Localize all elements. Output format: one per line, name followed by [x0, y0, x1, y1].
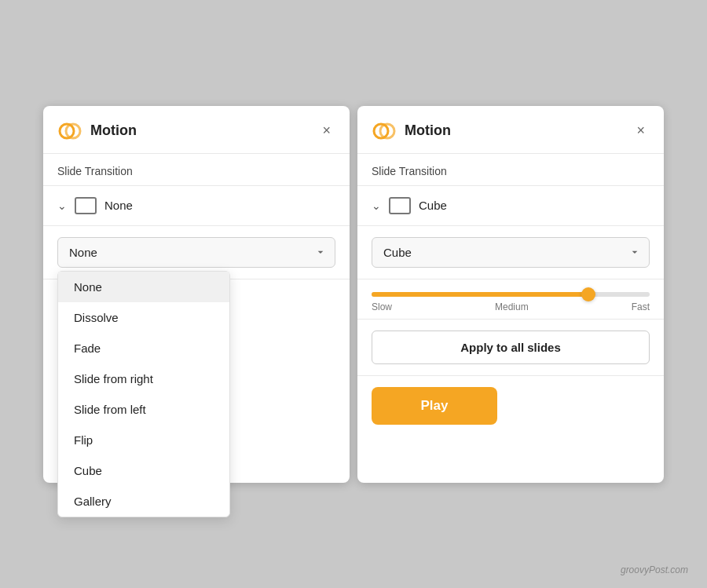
- right-transition-name: Cube: [419, 199, 447, 212]
- slider-label-medium: Medium: [495, 301, 529, 312]
- chevron-down-icon: ⌄: [57, 199, 67, 212]
- right-transition-row: ⌄ Cube: [357, 186, 664, 226]
- menu-item-dissolve[interactable]: Dissolve: [58, 302, 229, 333]
- left-panel-title: Motion: [90, 122, 317, 139]
- slide-thumbnail-icon: [75, 197, 97, 214]
- menu-item-cube[interactable]: Cube: [58, 455, 229, 486]
- menu-item-none[interactable]: None: [58, 272, 229, 302]
- play-btn-section: Play: [357, 376, 664, 440]
- apply-to-all-slides-button[interactable]: Apply to all slides: [372, 331, 650, 364]
- slider-thumb[interactable]: [581, 287, 595, 301]
- menu-item-flip[interactable]: Flip: [58, 425, 229, 455]
- left-panel: Motion × Slide Transition ⌄ None None Di…: [43, 106, 350, 483]
- slider-track: [372, 292, 650, 297]
- left-section-label: Slide Transition: [43, 154, 350, 186]
- slider-label-slow: Slow: [372, 301, 392, 312]
- watermark: groovyPost.com: [621, 564, 688, 575]
- right-slide-thumbnail-icon: [389, 197, 411, 214]
- left-dropdown-menu: None Dissolve Fade Slide from right Slid…: [57, 271, 230, 517]
- menu-item-slide-right[interactable]: Slide from right: [58, 363, 229, 394]
- left-transition-row: ⌄ None: [43, 186, 350, 226]
- play-button[interactable]: Play: [372, 387, 497, 425]
- menu-item-fade[interactable]: Fade: [58, 333, 229, 363]
- slider-label-fast: Fast: [632, 301, 650, 312]
- left-panel-header: Motion ×: [43, 106, 350, 154]
- right-panel-header: Motion ×: [357, 106, 664, 154]
- right-panel-title: Motion: [405, 122, 632, 139]
- left-transition-dropdown[interactable]: None Dissolve Fade Slide from right Slid…: [57, 237, 335, 268]
- right-dropdown-container: None Dissolve Fade Slide from right Slid…: [357, 226, 664, 279]
- menu-item-slide-left[interactable]: Slide from left: [58, 394, 229, 425]
- motion-logo-right: [372, 119, 397, 144]
- right-panel: Motion × Slide Transition ⌄ Cube None Di…: [357, 106, 664, 483]
- menu-item-gallery[interactable]: Gallery: [58, 486, 229, 517]
- right-transition-dropdown[interactable]: None Dissolve Fade Slide from right Slid…: [372, 237, 650, 268]
- left-close-button[interactable]: ×: [317, 121, 335, 141]
- apply-btn-section: Apply to all slides: [357, 320, 664, 376]
- right-close-button[interactable]: ×: [632, 121, 650, 141]
- slider-labels: Slow Medium Fast: [372, 301, 650, 312]
- left-transition-name: None: [104, 199, 133, 212]
- right-chevron-down-icon: ⌄: [372, 199, 381, 212]
- motion-logo-left: [57, 119, 82, 144]
- slider-fill: [372, 292, 588, 297]
- right-section-label: Slide Transition: [357, 154, 664, 186]
- speed-slider-section: Slow Medium Fast: [357, 279, 664, 320]
